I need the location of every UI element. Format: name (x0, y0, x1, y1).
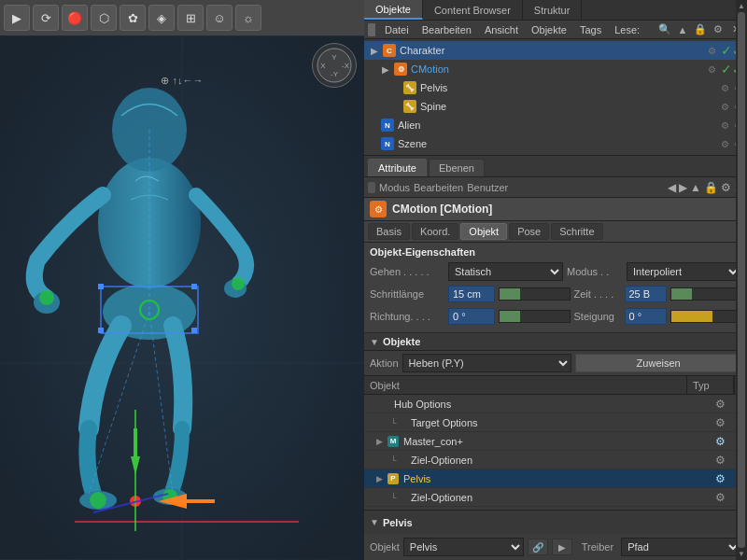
tool-btn-3[interactable]: ⬡ (91, 5, 117, 31)
nav-widget[interactable]: Y -Y X -X (312, 43, 357, 88)
attr-arrow-left[interactable]: ◀ (668, 181, 676, 194)
3d-viewport[interactable]: ▶ ⟳ 🔴 ⬡ ✿ ◈ ⊞ ☺ ☼ (0, 0, 364, 560)
gear-icon-hub: ⚙ (715, 398, 726, 411)
svg-rect-15 (191, 284, 197, 289)
sub-tab-koord[interactable]: Koord. (412, 223, 458, 240)
tool-btn-6[interactable]: ⊞ (177, 5, 204, 31)
link-icon: 🔗 (532, 542, 543, 553)
menu-datei[interactable]: Datei (379, 23, 415, 36)
tool-btn-2[interactable]: 🔴 (62, 5, 88, 31)
label-szene: Szene (396, 138, 721, 149)
menu-bearbeiten[interactable]: Bearbeiten (416, 23, 477, 36)
expand-charakter[interactable]: ▶ (368, 46, 381, 56)
sub-tab-objekt[interactable]: Objekt (460, 223, 507, 240)
attr-drag-handle[interactable] (368, 182, 375, 193)
tab-objekte[interactable]: Objekte (364, 0, 423, 20)
obj-row-ziel-opt-2[interactable]: └ Ziel-Optionen ⚙ (364, 488, 747, 507)
svg-rect-17 (191, 328, 197, 333)
svg-point-18 (39, 290, 54, 305)
tool-btn-7[interactable]: ☺ (206, 5, 233, 31)
filter-icon[interactable]: ▲ (675, 22, 690, 37)
tree-item-spine[interactable]: 🦴 Spine ⚙ ⚙ (364, 97, 747, 116)
pelvis-arrow-btn[interactable]: ▶ (552, 539, 572, 555)
attr-lock-icon[interactable]: 🔒 (704, 181, 718, 194)
icon-pelvis-obj: P (385, 470, 402, 487)
tree-item-charakter[interactable]: ▶ C Charakter ⚙ ✓ ✓ (364, 41, 747, 60)
select-modus[interactable]: Interpoliert (627, 262, 741, 281)
search-icon[interactable]: 🔍 (657, 22, 672, 37)
pelvis-link-btn[interactable]: 🔗 (528, 539, 548, 555)
collapse-pelvis-icon[interactable]: ▼ (370, 517, 379, 527)
select-pelvis-objekt[interactable]: Pelvis (403, 538, 524, 556)
attr-settings-icon[interactable]: ⚙ (721, 181, 731, 194)
menu-tags[interactable]: Tags (574, 23, 607, 36)
attr-tab-ebenen[interactable]: Ebenen (429, 159, 485, 176)
sub-tab-basis[interactable]: Basis (368, 223, 410, 240)
tool-btn-8[interactable]: ☼ (235, 5, 261, 31)
expand-cmotion[interactable]: ▶ (379, 64, 392, 75)
settings-icon[interactable]: ⚙ (711, 22, 726, 37)
menu-drag-handle[interactable] (368, 23, 375, 36)
icon-pelvis: 🦴 (402, 79, 418, 96)
collapse-objects-icon[interactable]: ▼ (370, 337, 379, 347)
expand-pelvis-obj[interactable]: ▶ (374, 474, 385, 483)
attr-bearbeiten-label[interactable]: Bearbeiten (414, 182, 463, 193)
menu-objekte[interactable]: Objekte (526, 23, 572, 36)
slider-schrittlaenge[interactable] (499, 287, 571, 301)
attr-modus-label[interactable]: Modus (379, 182, 410, 193)
tree-item-pelvis[interactable]: 🦴 Pelvis ⚙ ⚙ (364, 78, 747, 97)
objects-toolbar: Aktion Heben (P.Y) Zuweisen (364, 351, 747, 376)
tree-item-alien[interactable]: N Alien ⚙ ⚙ (364, 116, 747, 134)
menu-ansicht[interactable]: Ansicht (479, 23, 524, 36)
lock-icon[interactable]: 🔒 (693, 22, 708, 37)
expand-master-con[interactable]: ▶ (374, 437, 385, 446)
play-button[interactable]: ▶ (4, 5, 30, 31)
attr-up-icon[interactable]: ▲ (690, 181, 701, 194)
select-treiber[interactable]: Pfad (621, 538, 741, 556)
slider-zeit[interactable] (670, 287, 742, 301)
aktion-label: Aktion (370, 357, 399, 369)
tool-btn-1[interactable]: ⟳ (33, 5, 59, 31)
viewport-canvas[interactable]: Y -Y X -X ⊕ ↑↓←→ (0, 35, 364, 560)
zuweisen-button[interactable]: Zuweisen (575, 354, 741, 372)
input-richtung[interactable] (448, 308, 495, 325)
icon-alien: N (379, 117, 396, 133)
select-aktion[interactable]: Heben (P.Y) (402, 354, 572, 372)
attr-benutzer-label[interactable]: Benutzer (467, 182, 508, 193)
svg-rect-16 (98, 328, 104, 333)
attr-arrow-right[interactable]: ▶ (679, 181, 687, 194)
cmotion-title: CMotion [CMotion] (392, 203, 492, 216)
select-gehen[interactable]: Statisch (448, 262, 563, 281)
treiber-label: Treiber (582, 541, 613, 553)
input-steigung[interactable] (625, 308, 667, 325)
tree-item-cmotion[interactable]: ▶ ⚙ CMotion ⚙ ✓ ✓ (364, 60, 747, 78)
slider-richtung[interactable] (499, 310, 571, 323)
tool-btn-5[interactable]: ◈ (148, 5, 175, 31)
sub-tab-schritte[interactable]: Schritte (551, 223, 602, 240)
tab-struktur[interactable]: Struktur (523, 0, 583, 20)
objects-list[interactable]: Hub Options ⚙ └ Target Options ⚙ ▶ M Mas… (364, 395, 747, 510)
pelvis-section-header: ▼ Pelvis (364, 510, 747, 534)
gear-icon-ziel2: ⚙ (715, 491, 726, 504)
sub-tab-pose[interactable]: Pose (509, 223, 549, 240)
tool-btn-4[interactable]: ✿ (120, 5, 146, 31)
3d-figure (0, 35, 364, 560)
slider-steigung[interactable] (670, 310, 742, 323)
input-schrittlaenge[interactable] (448, 286, 495, 302)
attr-tab-attribute[interactable]: Attribute (368, 159, 427, 176)
obj-row-hub-options[interactable]: Hub Options ⚙ (364, 395, 747, 413)
obj-row-pelvis[interactable]: ▶ P Pelvis ⚙ (364, 469, 747, 488)
svg-rect-14 (98, 284, 104, 289)
tree-item-szene[interactable]: N Szene ⚙ ⚙ (364, 134, 747, 153)
obj-row-target-options[interactable]: └ Target Options ⚙ (364, 413, 747, 432)
obj-row-ziel-opt-1[interactable]: └ Ziel-Optionen ⚙ (364, 451, 747, 469)
status-check-1: ✓ (721, 43, 732, 58)
obj-row-master-con[interactable]: ▶ M Master_con+ ⚙ (364, 432, 747, 451)
input-zeit[interactable] (625, 286, 667, 302)
scrollbar[interactable]: ▲ ▼ (736, 333, 747, 510)
label-master-con: Master_con+ (402, 436, 697, 447)
tab-content-browser[interactable]: Content Browser (423, 0, 523, 20)
label-cmotion: CMotion (409, 63, 708, 75)
menu-lesen[interactable]: Lese: (609, 23, 645, 36)
label-gehen: Gehen . . . . . (370, 266, 444, 277)
